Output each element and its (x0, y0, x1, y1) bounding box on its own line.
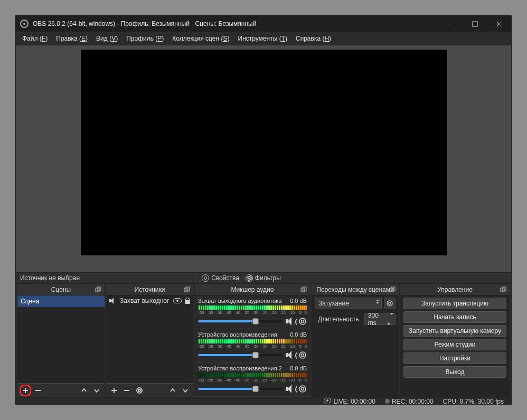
svg-point-11 (299, 352, 306, 358)
obs-window: OBS 26.0.2 (64-bit, windows) - Профиль: … (15, 15, 512, 405)
lock-toggle-icon[interactable] (185, 298, 190, 304)
source-item[interactable]: Захват выходног (106, 295, 193, 306)
visibility-toggle-icon[interactable] (173, 298, 182, 303)
scene-move-up-button[interactable] (78, 385, 90, 396)
chevron-updown-icon (387, 315, 393, 322)
controls-body: Запустить трансляциюНачать записьЗапусти… (400, 295, 510, 397)
mixer-channel-db: 0.0 dB (290, 298, 307, 304)
exit-button[interactable]: Выход (403, 366, 506, 378)
mixer-channel-db: 0.0 dB (290, 365, 307, 371)
svg-point-12 (302, 354, 304, 357)
preview-canvas[interactable] (81, 50, 447, 255)
svg-point-10 (302, 320, 304, 323)
transitions-body: Затухание Длительность 300 ms (312, 295, 399, 397)
svg-point-17 (387, 301, 392, 306)
transition-settings-button[interactable] (384, 298, 396, 309)
transitions-dock: Переходы между сценами Затухание Длитель… (312, 284, 399, 397)
preview-area[interactable] (16, 45, 511, 272)
start-recording-button[interactable]: Начать запись (403, 311, 506, 323)
menu-scene-collection[interactable]: Коллекция сцен (S) (168, 32, 233, 45)
scenes-popout-icon[interactable] (94, 285, 102, 294)
start-streaming-button[interactable]: Запустить трансляцию (403, 298, 506, 309)
volume-slider[interactable] (198, 320, 283, 322)
scene-add-button[interactable] (20, 385, 31, 396)
preview-toolstrip: Источник не выбран Свойства Фильтры (16, 272, 511, 284)
start-virtual-camera-button[interactable]: Запустить виртуальную камеру (403, 325, 506, 337)
source-add-button[interactable] (108, 385, 120, 396)
channel-settings-button[interactable] (298, 385, 307, 393)
menu-view[interactable]: Вид (V) (92, 32, 122, 45)
channel-settings-button[interactable] (298, 317, 307, 326)
menubar: Файл (F) Правка (E) Вид (V) Профиль (P) … (16, 32, 511, 45)
sources-list[interactable]: Захват выходног (106, 295, 193, 383)
mute-button[interactable] (286, 351, 295, 359)
source-move-up-button[interactable] (167, 385, 178, 396)
speaker-icon (109, 298, 117, 304)
window-close-button[interactable] (487, 16, 511, 32)
menu-profile[interactable]: Профиль (P) (122, 32, 168, 45)
transition-select[interactable]: Затухание (315, 298, 382, 309)
sources-popout-icon[interactable] (183, 285, 191, 294)
status-live: LIVE: 00:00:00 (324, 397, 375, 405)
window-maximize-button[interactable] (463, 16, 487, 32)
vu-meter: -60-55-50-45-40-35-30-25-20-15-10-50 (198, 373, 307, 383)
source-properties-button[interactable] (134, 385, 145, 396)
sources-header[interactable]: Источники (106, 284, 193, 295)
source-move-down-button[interactable] (180, 385, 191, 396)
mixer-channel-name: Захват выходного аудиопотока (198, 298, 281, 304)
svg-point-9 (299, 318, 306, 324)
scene-item[interactable]: Сцена (17, 295, 105, 307)
audio-mixer-dock: Микшер аудио Захват выходного аудиопоток… (195, 284, 310, 397)
no-source-selected-label: Источник не выбран (19, 274, 80, 282)
settings-button[interactable]: Настройки (403, 352, 506, 364)
svg-point-5 (137, 388, 142, 393)
menu-tools[interactable]: Инструменты (T) (234, 32, 292, 45)
menu-edit[interactable]: Правка (E) (52, 32, 92, 45)
filters-button[interactable]: Фильтры (242, 273, 284, 283)
duration-label: Длительность (315, 316, 362, 323)
volume-slider[interactable] (198, 354, 283, 356)
svg-point-18 (389, 302, 391, 304)
transitions-popout-icon[interactable] (388, 285, 397, 294)
sources-dock: Источники Захват выходног (106, 284, 193, 397)
controls-dock: Управление Запустить трансляциюНачать за… (400, 284, 510, 397)
mute-button[interactable] (286, 317, 295, 326)
filter-icon (246, 274, 253, 282)
status-cpu: CPU: 8.7%, 30.00 fps (443, 398, 504, 405)
sources-toolbar (106, 383, 193, 397)
mixer-header[interactable]: Микшер аудио (195, 284, 310, 295)
controls-header[interactable]: Управление (400, 284, 510, 295)
menu-file[interactable]: Файл (F) (18, 32, 52, 45)
gear-icon (202, 274, 209, 282)
chevron-updown-icon (376, 299, 379, 304)
channel-settings-button[interactable] (298, 351, 307, 359)
scene-remove-button[interactable] (32, 385, 44, 396)
svg-point-6 (138, 389, 140, 392)
duration-spinbox[interactable]: 300 ms (364, 313, 396, 325)
scenes-header[interactable]: Сцены (17, 284, 105, 295)
scene-move-down-button[interactable] (91, 385, 102, 396)
mixer-channel-db: 0.0 dB (290, 331, 307, 338)
menu-help[interactable]: Справка (H) (291, 32, 335, 45)
transitions-header[interactable]: Переходы между сценами (312, 284, 399, 295)
window-minimize-button[interactable] (438, 16, 463, 32)
properties-button[interactable]: Свойства (199, 273, 242, 283)
source-remove-button[interactable] (121, 385, 133, 396)
status-rec: REC: 00:00:00 (385, 398, 434, 405)
mixer-channel-name: Устройство воспроизведения 2 (198, 365, 282, 371)
mixer-popout-icon[interactable] (299, 285, 308, 294)
mixer-channel: Захват выходного аудиопотока 0.0 dB -60-… (195, 295, 310, 329)
controls-popout-icon[interactable] (499, 285, 507, 294)
volume-slider[interactable] (198, 388, 283, 390)
mixer-channel: Устройство воспроизведения 0.0 dB -60-55… (195, 329, 310, 363)
mixer-channel-name: Устройство воспроизведения (198, 331, 277, 338)
vu-meter: -60-55-50-45-40-35-30-25-20-15-10-50 (198, 339, 307, 349)
scenes-list[interactable]: Сцена (17, 295, 105, 383)
vu-meter: -60-55-50-45-40-35-30-25-20-15-10-50 (198, 306, 307, 315)
svg-point-14 (302, 388, 304, 390)
studio-mode-button[interactable]: Режим студии (403, 339, 506, 350)
mute-button[interactable] (286, 385, 295, 393)
svg-rect-0 (473, 22, 477, 26)
window-title: OBS 26.0.2 (64-bit, windows) - Профиль: … (33, 20, 438, 27)
broadcast-icon (324, 397, 331, 404)
